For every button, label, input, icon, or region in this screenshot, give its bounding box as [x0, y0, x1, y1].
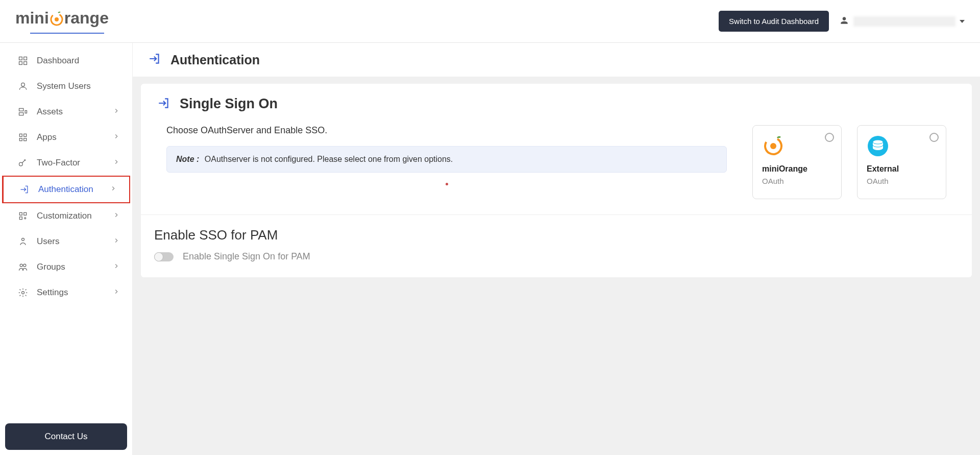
database-icon	[867, 135, 889, 157]
svg-point-21	[22, 292, 24, 294]
svg-point-23	[770, 143, 776, 149]
svg-rect-17	[19, 217, 22, 220]
oauth-sub: OAuth	[867, 177, 937, 185]
oauth-card-external[interactable]: External OAuth	[857, 125, 946, 199]
oauth-options: miniOrange OAuth	[752, 125, 946, 199]
user-menu[interactable]	[839, 15, 965, 28]
radio-unchecked[interactable]	[825, 133, 834, 142]
container: Dashboard System Users Assets Apps	[0, 43, 980, 455]
chevron-right-icon	[113, 158, 120, 168]
svg-rect-2	[19, 57, 22, 60]
svg-rect-5	[24, 62, 27, 65]
sidebar-item-label: Apps	[37, 132, 57, 142]
sidebar-item-label: Users	[37, 236, 59, 247]
svg-rect-16	[24, 212, 27, 215]
enable-sso-section: Enable SSO for PAM Enable Single Sign On…	[141, 215, 972, 277]
logo-underline	[30, 33, 104, 34]
note-label: Note :	[176, 155, 199, 163]
svg-rect-10	[19, 134, 22, 136]
svg-rect-3	[24, 57, 27, 60]
sidebar-item-two-factor[interactable]: Two-Factor	[0, 150, 132, 176]
assets-icon	[17, 106, 29, 117]
section-title: Single Sign On	[180, 96, 278, 112]
svg-point-14	[19, 162, 23, 166]
sidebar-item-label: Dashboard	[37, 56, 79, 66]
sidebar-item-assets[interactable]: Assets	[0, 99, 132, 125]
main: Authentication Single Sign On Choose OAu…	[133, 43, 980, 455]
sso-section: Single Sign On Choose OAuthServer and En…	[141, 84, 972, 215]
users-icon	[17, 236, 29, 247]
sso-body: Choose OAuthServer and Enable SSO. Note …	[166, 125, 946, 199]
sidebar-item-label: Authentication	[38, 184, 93, 195]
oauth-name: miniOrange	[762, 164, 832, 174]
chevron-right-icon	[113, 262, 120, 272]
section-header: Single Sign On	[157, 96, 946, 112]
contact-us-button[interactable]: Contact Us	[5, 423, 127, 450]
toggle-label: Enable Single Sign On for PAM	[183, 251, 310, 262]
sidebar-item-users[interactable]: Users	[0, 229, 132, 254]
svg-rect-4	[19, 62, 22, 65]
toggle-knob	[154, 252, 163, 261]
key-icon	[17, 157, 29, 169]
svg-rect-12	[19, 138, 22, 141]
sidebar: Dashboard System Users Assets Apps	[0, 43, 133, 455]
logo-text-pre: mini	[15, 9, 49, 28]
chevron-right-icon	[113, 132, 120, 142]
header-right: Switch to Audit Dashboard	[719, 11, 965, 32]
miniorange-icon	[762, 135, 785, 157]
sidebar-item-label: System Users	[37, 81, 91, 91]
sidebar-item-customization[interactable]: Customization	[0, 203, 132, 229]
sidebar-item-groups[interactable]: Groups	[0, 254, 132, 280]
sidebar-item-dashboard[interactable]: Dashboard	[0, 48, 132, 74]
svg-rect-13	[24, 138, 27, 141]
switch-audit-button[interactable]: Switch to Audit Dashboard	[719, 11, 829, 32]
svg-point-6	[21, 83, 25, 86]
login-icon	[157, 97, 170, 112]
dashboard-icon	[17, 55, 29, 66]
enable-sso-toggle[interactable]	[154, 252, 174, 261]
chevron-right-icon	[113, 211, 120, 221]
content-card: Single Sign On Choose OAuthServer and En…	[141, 84, 972, 277]
svg-rect-7	[19, 108, 23, 111]
note-text: OAuthserver is not configured. Please se…	[205, 155, 453, 163]
sidebar-item-label: Settings	[37, 288, 68, 298]
login-icon	[19, 184, 30, 195]
customization-icon	[17, 210, 29, 222]
sidebar-item-settings[interactable]: Settings	[0, 280, 132, 305]
user-name-redacted	[853, 16, 955, 27]
sso-left: Choose OAuthServer and Enable SSO. Note …	[166, 125, 727, 185]
sidebar-item-apps[interactable]: Apps	[0, 125, 132, 150]
toggle-row: Enable Single Sign On for PAM	[154, 251, 946, 262]
system-users-icon	[17, 81, 29, 92]
svg-rect-15	[19, 212, 22, 215]
gear-icon	[17, 287, 29, 298]
page-header: Authentication	[133, 43, 980, 77]
sidebar-item-label: Assets	[37, 107, 63, 117]
enable-sso-title: Enable SSO for PAM	[154, 227, 946, 243]
svg-rect-8	[19, 113, 23, 115]
login-icon	[148, 52, 161, 67]
apps-icon	[17, 132, 29, 143]
svg-point-20	[23, 264, 26, 267]
oauth-sub: OAuth	[762, 177, 832, 185]
chevron-right-icon	[113, 288, 120, 298]
sidebar-item-label: Two-Factor	[37, 158, 80, 168]
logo-orange-icon	[49, 11, 64, 26]
logo[interactable]: mini range	[0, 9, 109, 34]
svg-rect-9	[25, 111, 27, 113]
sidebar-item-authentication[interactable]: Authentication	[2, 176, 130, 203]
sidebar-item-label: Groups	[37, 262, 65, 272]
note-box: Note : OAuthserver is not configured. Pl…	[166, 146, 727, 173]
oauth-card-miniorange[interactable]: miniOrange OAuth	[752, 125, 842, 199]
loading-dot	[446, 183, 448, 185]
chevron-right-icon	[113, 107, 120, 117]
sidebar-item-system-users[interactable]: System Users	[0, 74, 132, 99]
svg-point-18	[22, 238, 24, 241]
sidebar-items: Dashboard System Users Assets Apps	[0, 48, 132, 418]
svg-rect-11	[24, 134, 27, 136]
page-title: Authentication	[170, 53, 260, 67]
radio-unchecked[interactable]	[929, 133, 939, 142]
choose-text: Choose OAuthServer and Enable SSO.	[166, 125, 727, 136]
svg-point-19	[20, 264, 22, 267]
svg-point-1	[55, 17, 59, 21]
